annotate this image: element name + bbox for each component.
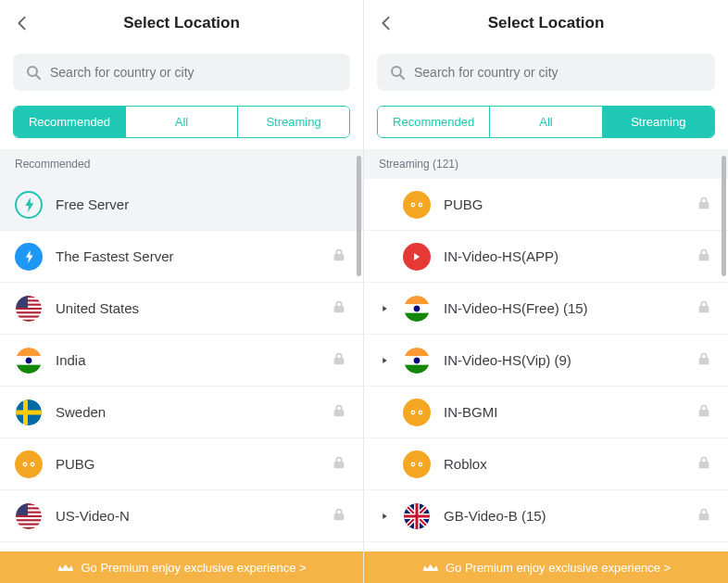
search-box[interactable]	[13, 54, 350, 91]
premium-text: Go Premium enjoy exclusive experience >	[446, 561, 671, 575]
tabs: Recommended All Streaming	[13, 106, 350, 138]
server-row[interactable]: United States	[0, 283, 363, 335]
svg-rect-12	[16, 311, 42, 313]
lock-icon	[332, 403, 348, 422]
svg-point-39	[414, 306, 420, 311]
flag-in-icon	[15, 347, 43, 374]
server-row[interactable]: IN-BGMI	[364, 387, 728, 438]
svg-rect-41	[404, 348, 430, 356]
server-list[interactable]: PUBGIN-Video-HS(APP)IN-Video-HS(Free) (1…	[364, 179, 728, 583]
lock-icon	[697, 403, 713, 422]
search-box[interactable]	[377, 54, 715, 91]
bolt-fill-icon	[15, 243, 43, 271]
header: Select Location	[364, 0, 728, 46]
page-title: Select Location	[123, 14, 240, 32]
server-row[interactable]: The Fastest Server	[0, 231, 363, 283]
server-label: United States	[56, 300, 319, 316]
flag-in-icon	[403, 347, 431, 374]
flag-gb-icon	[403, 502, 431, 530]
expand-arrow-icon[interactable]	[379, 355, 390, 366]
scrollbar[interactable]	[357, 156, 361, 276]
tab-streaming[interactable]: Streaming	[237, 107, 349, 137]
panel-recommended: Select Location Recommended All Streamin…	[0, 0, 364, 583]
tab-all[interactable]: All	[125, 107, 237, 137]
tab-recommended[interactable]: Recommended	[14, 107, 125, 137]
search-input[interactable]	[414, 65, 702, 80]
flag-us-icon	[15, 295, 43, 323]
flag-in-icon	[403, 295, 431, 323]
premium-banner[interactable]: Go Premium enjoy exclusive experience >	[0, 551, 363, 583]
tabs: Recommended All Streaming	[377, 106, 715, 138]
svg-rect-14	[16, 319, 42, 321]
lock-icon	[697, 455, 713, 474]
premium-text: Go Premium enjoy exclusive experience >	[81, 561, 306, 575]
search-icon	[26, 65, 41, 80]
svg-rect-27	[16, 503, 42, 505]
server-row[interactable]: PUBG	[0, 438, 363, 490]
svg-rect-11	[16, 307, 42, 309]
lock-icon	[697, 247, 713, 266]
page-title: Select Location	[488, 14, 605, 32]
server-row[interactable]: IN-Video-HS(Free) (15)	[364, 283, 728, 335]
search-container	[364, 46, 728, 100]
svg-rect-34	[16, 503, 28, 515]
server-row[interactable]: US-Video-N	[0, 490, 363, 542]
svg-rect-15	[16, 296, 28, 308]
lock-icon	[697, 507, 713, 526]
server-row[interactable]: Sweden	[0, 387, 363, 438]
search-icon	[390, 65, 405, 80]
server-list[interactable]: Free ServerThe Fastest ServerUnited Stat…	[0, 179, 363, 583]
server-label: US-Video-N	[56, 508, 319, 524]
svg-rect-32	[16, 523, 42, 525]
svg-rect-50	[404, 514, 430, 517]
back-button[interactable]	[11, 12, 33, 34]
server-row[interactable]: Free Server	[0, 179, 363, 231]
server-label: IN-Video-HS(APP)	[444, 248, 684, 264]
svg-rect-13	[16, 315, 42, 317]
search-input[interactable]	[50, 65, 337, 80]
svg-rect-38	[404, 312, 430, 321]
crown-icon	[56, 561, 73, 574]
lock-icon	[332, 247, 348, 266]
server-row[interactable]: India	[0, 335, 363, 387]
tab-recommended[interactable]: Recommended	[378, 107, 489, 137]
server-label: IN-Video-HS(Vip) (9)	[444, 352, 684, 368]
premium-banner[interactable]: Go Premium enjoy exclusive experience >	[364, 551, 728, 583]
bolt-outline-icon	[15, 191, 43, 219]
server-row[interactable]: GB-Video-B (15)	[364, 490, 728, 542]
expand-arrow-icon[interactable]	[379, 511, 390, 522]
section-header: Recommended	[0, 149, 363, 179]
expand-arrow-icon[interactable]	[379, 303, 390, 314]
server-label: Roblox	[444, 456, 684, 472]
tab-all[interactable]: All	[489, 107, 601, 137]
lock-icon	[332, 455, 348, 474]
play-red-icon	[403, 243, 431, 271]
svg-rect-24	[16, 410, 42, 414]
server-label: The Fastest Server	[56, 248, 319, 264]
server-label: Free Server	[56, 196, 348, 212]
server-row[interactable]: IN-Video-HS(Vip) (9)	[364, 335, 728, 387]
server-label: IN-Video-HS(Free) (15)	[444, 300, 684, 316]
game-orange-icon	[403, 191, 431, 219]
crown-icon	[421, 561, 438, 574]
server-label: PUBG	[444, 196, 684, 212]
server-label: India	[56, 352, 319, 368]
server-row[interactable]: IN-Video-HS(APP)	[364, 231, 728, 283]
back-button[interactable]	[375, 12, 397, 34]
header: Select Location	[0, 0, 363, 46]
scrollbar[interactable]	[722, 156, 726, 276]
server-label: PUBG	[56, 456, 319, 472]
lock-icon	[697, 196, 713, 214]
panel-streaming: Select Location Recommended All Streamin…	[364, 0, 728, 583]
server-row[interactable]: Roblox	[364, 438, 728, 490]
lock-icon	[697, 299, 713, 318]
server-label: GB-Video-B (15)	[444, 508, 684, 524]
flag-us-icon	[15, 502, 43, 530]
server-row[interactable]: PUBG	[364, 179, 728, 231]
svg-point-44	[414, 358, 420, 363]
tab-streaming[interactable]: Streaming	[602, 107, 714, 137]
chevron-left-icon	[377, 13, 395, 33]
svg-rect-19	[16, 364, 42, 373]
svg-point-20	[26, 358, 31, 363]
game-orange-icon	[403, 450, 431, 478]
